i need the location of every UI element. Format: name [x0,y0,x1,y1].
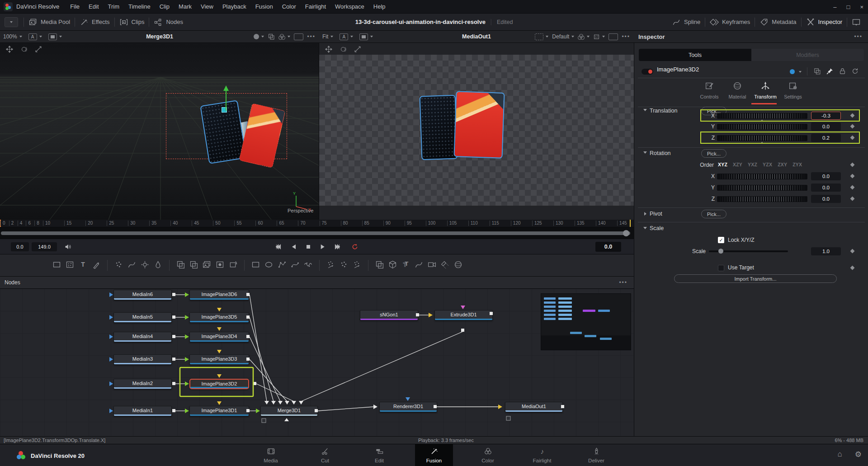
page-color[interactable]: Color [469,444,507,466]
rotation-order-yxz[interactable]: YXZ [748,162,757,167]
translation-x-slider[interactable] [717,113,807,119]
spline-button[interactable]: Spline [667,18,705,27]
page-deliver[interactable]: Deliver [577,444,615,466]
nodes-button[interactable]: Nodes [149,14,188,30]
rotation-y-keyframe-icon[interactable] [850,185,855,190]
transform-gizmo-center[interactable] [222,107,227,113]
color-curves-tool-icon[interactable] [127,260,137,271]
saver-tool-icon[interactable] [189,260,198,271]
image-plane-3d-tool-icon[interactable] [375,260,384,271]
rotation-order-keyframe-icon[interactable] [850,163,855,167]
rotation-order-xyz[interactable]: XYZ [718,162,727,167]
pan-tool-right-icon[interactable] [324,45,334,53]
app-menu-label[interactable]: DaVinci Resolve [16,3,59,10]
background-tool-icon[interactable] [52,260,61,271]
loop-button[interactable] [351,243,359,250]
zoom-tool-right-icon[interactable] [353,45,363,53]
view-mode-dropdown[interactable] [48,33,62,40]
camera-3d-tool-icon[interactable] [427,260,437,271]
pivot-pick-button[interactable]: Pick... [701,210,726,218]
bender-3d-tool-icon[interactable] [414,260,424,271]
scale-slider-handle[interactable] [718,249,723,254]
translation-section-title[interactable]: Translation [650,108,677,114]
rotation-pick-button[interactable]: Pick... [701,149,726,158]
node-graph-minimap[interactable] [541,293,631,350]
rotation-section-title[interactable]: Rotation [650,150,671,156]
translation-x-value[interactable]: -0.3 [811,112,841,120]
close-button[interactable]: × [860,4,863,10]
fast-noise-tool-icon[interactable] [65,260,75,271]
node-mediain4[interactable]: MediaIn4 [113,332,172,342]
ellipse-mask-tool-icon[interactable] [264,260,274,271]
rotation-z-slider[interactable] [717,196,807,202]
expand-viewer-right-icon[interactable] [609,33,618,40]
node-extrude3d1[interactable]: Extrude3D1 [434,310,493,320]
node-merge3d1[interactable]: Merge3D1 [260,406,318,416]
expand-viewer-icon[interactable] [294,33,303,40]
node-sngon1[interactable]: sNGon1 [360,310,418,320]
rotation-order-yzx[interactable]: YZX [763,162,772,167]
scale-value[interactable]: 1.0 [811,247,841,255]
transform-tool-icon[interactable] [228,260,238,271]
node-mediain5[interactable]: MediaIn5 [113,312,172,323]
left-viewer-options[interactable]: ••• [307,33,316,40]
loader-tool-icon[interactable] [176,260,185,271]
menu-edit[interactable]: Edit [84,3,103,10]
inspector-options[interactable]: ••• [854,33,863,40]
pin-icon[interactable] [826,67,834,75]
node-imageplane3d6[interactable]: ImagePlane3D6 [189,290,249,300]
text-3d-tool-icon[interactable] [401,260,410,271]
text-tool-icon[interactable] [78,260,88,271]
translation-collapse-icon[interactable] [643,109,647,111]
range-start-field[interactable]: 0.0 [11,242,29,251]
merge-tool-icon[interactable] [202,260,212,271]
minimize-button[interactable]: – [833,4,836,10]
node-imageplane3d4[interactable]: ImagePlane3D4 [189,332,249,342]
rectangle-mask-tool-icon[interactable] [251,260,260,271]
bspline-mask-tool-icon[interactable] [290,260,300,271]
page-cut[interactable]: Cut [306,444,344,466]
rotation-y-value[interactable]: 0.0 [811,184,841,192]
pivot-section-title[interactable]: Pivot [650,211,662,217]
translation-y-value[interactable]: 0.0 [811,122,841,131]
settings-gear-icon[interactable]: ⚙ [855,450,862,459]
node-imageplane3d2[interactable]: ImagePlane3D2 [189,379,249,389]
inspector-button[interactable]: Inspector [802,18,847,27]
spline-mask-tool-icon[interactable] [303,260,313,271]
lut-wheel-dropdown[interactable] [278,34,290,40]
translation-x-keyframe-icon[interactable] [850,113,855,118]
timeline-ruler[interactable]: 0246810152025303540455055606570758085909… [0,220,634,227]
versions-icon[interactable] [813,67,821,75]
home-icon[interactable]: ⌂ [837,450,842,459]
timeline-scrollbar[interactable] [0,227,634,239]
use-target-keyframe-icon[interactable] [850,266,855,270]
node-graph[interactable]: MediaIn6ImagePlane3D6sNGon1Extrude3D1Med… [0,289,634,436]
grid-overlay-dropdown[interactable] [593,33,605,40]
translation-z-value[interactable]: 0.2 [811,134,841,142]
renderer-3d-tool-icon[interactable] [453,260,463,271]
brightness-contrast-tool-icon[interactable] [140,260,150,271]
menu-playback[interactable]: Playback [218,3,251,10]
menu-mark[interactable]: Mark [174,3,196,10]
menu-view[interactable]: View [196,3,218,10]
translation-y-slider[interactable] [717,124,807,130]
rotation-x-slider[interactable] [717,174,807,179]
translation-z-keyframe-icon[interactable] [850,136,855,140]
matte-control-tool-icon[interactable] [215,260,225,271]
rotation-collapse-icon[interactable] [643,151,647,154]
tab-settings[interactable]: Settings [778,81,807,99]
node-mediain2[interactable]: MediaIn2 [113,379,172,389]
lock-icon[interactable] [839,67,846,75]
page-media[interactable]: Media [252,444,290,466]
zoom-tool-icon[interactable] [33,45,43,53]
node-mediain6[interactable]: MediaIn6 [113,290,172,300]
right-viewer-options[interactable]: ••• [622,33,630,40]
rotation-order-zxy[interactable]: ZXY [778,162,787,167]
spotlight-3d-tool-icon[interactable] [440,260,450,271]
media-pool-button[interactable]: Media Pool [24,14,75,30]
tab-material[interactable]: Material [723,81,752,99]
tab-controls[interactable]: Controls [695,81,724,99]
view-mode-dropdown-right[interactable] [359,33,373,40]
orbit-tool-right-icon[interactable] [338,45,348,53]
panel-layout-button[interactable] [847,18,865,27]
